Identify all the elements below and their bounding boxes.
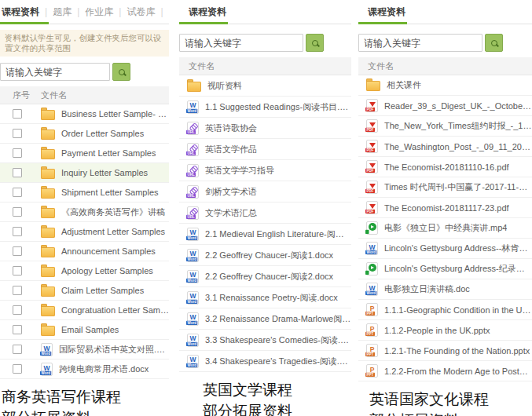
file-row[interactable]: Order Letter Samples [0, 124, 169, 144]
file-row[interactable]: WWord跨境电商常用术语.docx [0, 359, 169, 379]
file-row[interactable]: PDFReader_39_s_Digest_UK_-_October_2018.… [358, 96, 532, 116]
file-name[interactable]: 2.2 Geoffrey Chaucer-阅读1.docx [205, 250, 333, 261]
file-name[interactable]: Business Letter Sample- Format [61, 109, 169, 119]
row-checkbox[interactable] [13, 148, 22, 158]
file-name[interactable]: 国际贸易术语中英文对照.docx [59, 344, 169, 356]
file-name[interactable]: Claim Letter Samples [61, 286, 144, 295]
file-name[interactable]: 电影《独立日》中经典演讲.mp4 [384, 222, 507, 234]
row-checkbox[interactable] [13, 364, 22, 374]
file-row[interactable]: WWord电影独立日演讲稿.doc [358, 279, 532, 300]
file-row[interactable]: Payment Letter Samples [0, 144, 169, 163]
file-row[interactable]: URL英语文学学习指导 [179, 160, 351, 181]
row-checkbox[interactable] [13, 345, 22, 354]
file-name[interactable]: 跨境电商常用术语.docx [59, 363, 149, 375]
file-name[interactable]: Reader_39_s_Digest_UK_-_October_2018.pdf [384, 101, 532, 111]
file-name[interactable]: 1.1 Suggested Readings-阅读书目.docx [205, 101, 351, 113]
file-row[interactable]: 视听资料 [179, 75, 351, 97]
file-name[interactable]: 英语文学作品 [205, 144, 257, 155]
file-row[interactable]: Inquiry Letter Samples [0, 163, 169, 183]
file-name[interactable]: 视听资料 [207, 80, 242, 92]
file-row[interactable]: WWord3.1 Renaissance Poetry-阅读.docx [179, 287, 351, 308]
tab-homework-bank[interactable]: 作业库 [85, 5, 127, 19]
file-row[interactable]: Apology Letter Samples [0, 261, 169, 281]
file-name[interactable]: Inquiry Letter Samples [61, 168, 148, 177]
search-button[interactable] [306, 34, 324, 52]
file-name[interactable]: Payment Letter Samples [61, 148, 156, 158]
row-checkbox[interactable] [13, 227, 22, 236]
row-checkbox[interactable] [13, 188, 22, 197]
row-checkbox[interactable] [13, 129, 22, 138]
file-row[interactable]: URL英语文学作品 [179, 139, 351, 160]
row-checkbox[interactable] [13, 246, 22, 256]
file-name[interactable]: 英语文学学习指导 [205, 165, 274, 177]
file-name[interactable]: 3.3 Shakespeare's Comedies-阅读.docx [205, 334, 351, 346]
file-row[interactable]: PPPT1.2.1-The Founding of the Nation.ppt… [358, 341, 532, 361]
file-name[interactable]: Adjustment Letter Samples [61, 227, 165, 236]
file-row[interactable]: 电影《独立日》中经典演讲.mp4 [358, 218, 532, 239]
file-name[interactable]: Shipment Letter Samples [61, 188, 159, 197]
search-input[interactable] [0, 63, 110, 81]
search-input[interactable] [179, 34, 303, 52]
file-name[interactable]: 电影独立日演讲稿.doc [384, 283, 470, 295]
search-button[interactable] [112, 63, 130, 81]
file-row[interactable]: WWordLincoln's Gettysburg Address--林肯葛底斯… [358, 239, 532, 259]
file-name[interactable]: The Economist-20181110-16.pdf [384, 162, 509, 172]
file-name[interactable]: 《高效商务英语写作》讲稿 [61, 206, 165, 218]
file-row[interactable]: PPPT1.2.2-From the Modern Age to Postwar… [358, 361, 532, 381]
file-row[interactable]: WWord国际贸易术语中英文对照.docx [0, 340, 169, 359]
file-name[interactable]: Congratuation Letter Samples [61, 305, 169, 315]
file-row[interactable]: 《高效商务英语写作》讲稿 [0, 203, 169, 222]
file-row[interactable]: PDFThe_New_York_Times纽约时报_-_12_04_2019.p… [358, 116, 532, 137]
search-button[interactable] [485, 34, 503, 52]
row-checkbox[interactable] [13, 286, 22, 295]
file-name[interactable]: Lincoln's Gettysburg Address-纪录片视频-搜狐视频.… [384, 263, 532, 275]
file-row[interactable]: Adjustment Letter Samples [0, 222, 169, 242]
file-name[interactable]: 相关课件 [387, 79, 421, 91]
file-row[interactable]: 相关课件 [358, 75, 532, 96]
file-name[interactable]: Order Letter Samples [61, 129, 144, 138]
file-row[interactable]: Lincoln's Gettysburg Address-纪录片视频-搜狐视频.… [358, 259, 532, 279]
file-name[interactable]: 2.2 Geoffrey Chaucer-阅读2.docx [205, 271, 333, 283]
file-name[interactable]: Email Samples [61, 325, 119, 334]
file-row[interactable]: URL英语诗歌协会 [179, 118, 351, 139]
file-row[interactable]: WWord3.4 Shakespeare's Tragedies-阅读.docx [179, 351, 351, 372]
file-row[interactable]: WWord2.2 Geoffrey Chaucer-阅读2.docx [179, 266, 351, 287]
row-checkbox[interactable] [13, 168, 22, 177]
file-name[interactable]: 2.1 Medieval English Literature-阅读.docx [205, 228, 351, 240]
tab-question-bank[interactable]: 题库 [53, 5, 85, 19]
file-row[interactable]: URL文学术语汇总 [179, 203, 351, 224]
file-name[interactable]: 文学术语汇总 [205, 207, 257, 219]
file-row[interactable]: Claim Letter Samples [0, 281, 169, 301]
tab-course-materials[interactable]: 课程资料 [2, 5, 53, 19]
file-row[interactable]: WWord1.1 Suggested Readings-阅读书目.docx [179, 97, 351, 118]
file-row[interactable]: PDFThe_Washington_Post_-_09_11_2018.pdf [358, 137, 532, 157]
file-row[interactable]: Shipment Letter Samples [0, 183, 169, 203]
file-name[interactable]: 3.1 Renaissance Poetry-阅读.docx [205, 292, 338, 304]
file-row[interactable]: PPPT1.1.2-People in the UK.pptx [358, 320, 532, 341]
file-name[interactable]: 1.2.2-From the Modern Age to Postwar Bri… [384, 367, 532, 376]
row-checkbox[interactable] [13, 109, 22, 119]
file-name[interactable]: Announcement Samples [61, 246, 156, 256]
file-name[interactable]: 1.1.2-People in the UK.pptx [384, 326, 490, 335]
file-row[interactable]: PDFThe Economist-20181117-23.pdf [358, 198, 532, 218]
file-row[interactable]: Announcement Samples [0, 242, 169, 261]
file-name[interactable]: Lincoln's Gettysburg Address--林肯葛底斯堡演说.d… [384, 243, 532, 254]
file-row[interactable]: Congratuation Letter Samples [0, 301, 169, 320]
file-name[interactable]: Times 时代周刊-中国赢了-2017-11-13.pdf [384, 181, 532, 193]
file-name[interactable]: Apology Letter Samples [61, 266, 153, 276]
file-name[interactable]: 1.1.1-Geographic Condition in the UK.ppt… [384, 305, 532, 315]
file-row[interactable]: Email Samples [0, 320, 169, 340]
file-name[interactable]: 英语诗歌协会 [205, 122, 257, 134]
file-row[interactable]: PDFTimes 时代周刊-中国赢了-2017-11-13.pdf [358, 177, 532, 198]
row-checkbox[interactable] [13, 305, 22, 315]
row-checkbox[interactable] [13, 266, 22, 276]
tab-course-materials[interactable]: 课程资料 [368, 5, 405, 19]
file-name[interactable]: 3.4 Shakespeare's Tragedies-阅读.docx [205, 356, 351, 367]
file-row[interactable]: WWord3.3 Shakespeare's Comedies-阅读.docx [179, 330, 351, 351]
file-row[interactable]: PPPT1.1.1-Geographic Condition in the UK… [358, 300, 532, 320]
row-checkbox[interactable] [13, 325, 22, 334]
file-row[interactable]: WWord2.1 Medieval English Literature-阅读.… [179, 224, 351, 245]
file-row[interactable]: WWord2.2 Geoffrey Chaucer-阅读1.docx [179, 245, 351, 266]
file-name[interactable]: 1.2.1-The Founding of the Nation.pptx [384, 346, 530, 356]
row-checkbox[interactable] [13, 207, 22, 217]
